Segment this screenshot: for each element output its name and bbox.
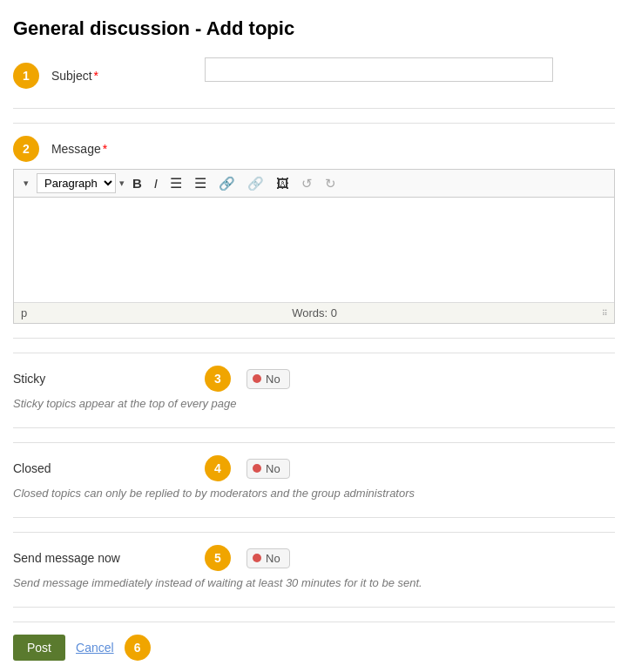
ordered-list-button[interactable]: ☰ (190, 173, 211, 193)
closed-toggle[interactable]: No (246, 459, 290, 479)
bold-button[interactable]: B (128, 174, 146, 192)
subject-required: * (94, 69, 98, 83)
send-now-value: No (266, 552, 280, 565)
sticky-step-badge: 3 (205, 366, 231, 392)
unlink-button[interactable]: 🔗 (243, 174, 268, 193)
closed-toggle-dot (253, 464, 261, 473)
image-button[interactable]: 🖼 (272, 174, 294, 192)
message-editor: ▾ Paragraph ▾ B I ☰ ☰ 🔗 🔗 🖼 ↺ ↻ p Words:… (13, 169, 615, 324)
editor-statusbar: p Words: 0 ⠿ (14, 302, 614, 323)
closed-step-badge: 4 (205, 455, 231, 481)
word-count: Words: 0 (292, 306, 337, 319)
subject-input[interactable] (205, 57, 553, 82)
chevron-down-icon: ▾ (24, 178, 29, 189)
editor-tag: p (21, 306, 27, 319)
cancel-button[interactable]: Cancel (76, 641, 114, 655)
send-now-toggle[interactable]: No (246, 548, 290, 568)
send-now-hint: Send message immediately instead of wait… (13, 576, 615, 589)
toolbar-collapse-btn[interactable]: ▾ (19, 176, 33, 191)
redo-button[interactable]: ↻ (321, 174, 341, 193)
chevron-select-icon: ▾ (119, 178, 125, 189)
link-button[interactable]: 🔗 (214, 174, 240, 193)
actions-step-badge: 6 (125, 635, 151, 661)
sticky-toggle[interactable]: No (246, 369, 290, 389)
editor-toolbar: ▾ Paragraph ▾ B I ☰ ☰ 🔗 🔗 🖼 ↺ ↻ (14, 170, 614, 198)
sticky-hint: Sticky topics appear at the top of every… (13, 397, 615, 410)
message-label: Message (51, 142, 101, 156)
send-now-toggle-dot (253, 554, 261, 562)
undo-button[interactable]: ↺ (297, 174, 317, 193)
message-step-badge: 2 (13, 136, 39, 162)
sticky-label: Sticky (13, 372, 205, 386)
closed-label: Closed (13, 461, 205, 475)
post-button[interactable]: Post (13, 635, 65, 661)
subject-label: Subject (51, 69, 92, 83)
message-body[interactable] (14, 198, 614, 302)
send-now-step-badge: 5 (205, 545, 231, 571)
sticky-value: No (266, 373, 280, 386)
italic-button[interactable]: I (150, 174, 162, 192)
form-actions: Post Cancel 6 (13, 635, 615, 661)
closed-hint: Closed topics can only be replied to by … (13, 487, 615, 500)
unordered-list-button[interactable]: ☰ (165, 173, 186, 193)
resize-handle[interactable]: ⠿ (602, 309, 607, 318)
send-now-label: Send message now (13, 551, 205, 565)
page-title: General discussion - Add topic (13, 17, 615, 40)
subject-step-badge: 1 (13, 63, 39, 89)
sticky-toggle-dot (253, 374, 261, 383)
closed-value: No (266, 462, 280, 475)
format-select[interactable]: Paragraph (37, 173, 116, 193)
message-required: * (103, 142, 107, 156)
